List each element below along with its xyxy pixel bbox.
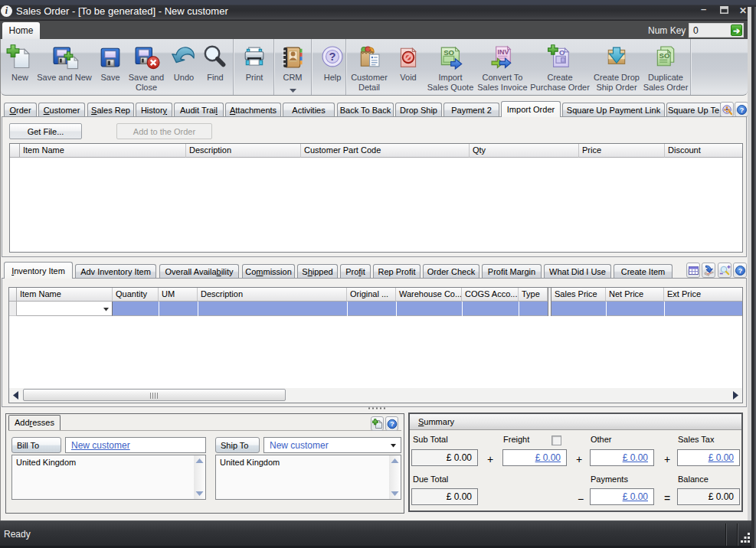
svg-text:SO: SO <box>659 51 670 60</box>
svg-text:?: ? <box>390 420 394 428</box>
svg-text:?: ? <box>329 51 336 63</box>
svg-text:?: ? <box>740 106 745 114</box>
svg-text:?: ? <box>738 267 743 275</box>
svg-text:INV: INV <box>497 48 509 56</box>
svg-text:SO: SO <box>443 48 454 57</box>
svg-text:O: O <box>559 48 565 57</box>
